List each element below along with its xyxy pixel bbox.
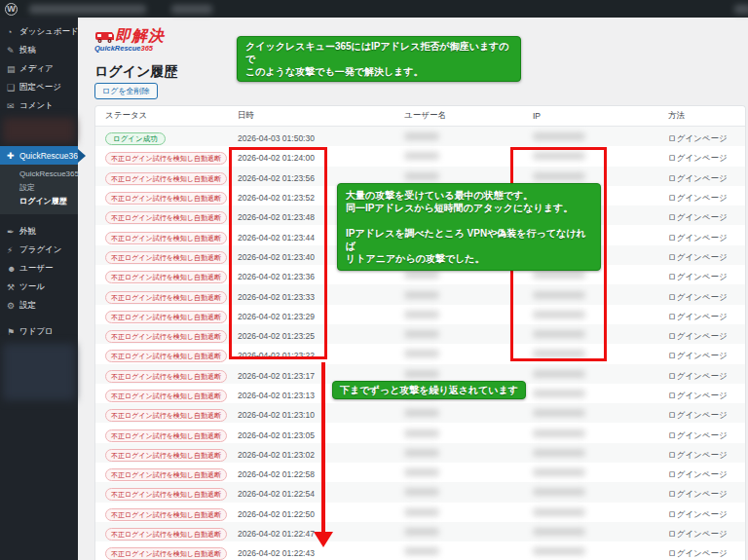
annotation-middle-callout: 大量の攻撃を受けている最中の状態です。 同一IPアドレスから短時間のアタックにな… xyxy=(337,183,601,271)
datetime-value: 2026-04-02 01:23:13 xyxy=(238,391,315,400)
status-badge-fail: 不正ログイン試行を検知し自動遮断 xyxy=(105,468,227,481)
redacted-ip xyxy=(533,390,585,397)
datetime-value: 2026-04-02 01:23:05 xyxy=(238,430,315,440)
annotation-top-callout: クイックレスキュー365にはIPアドレス拒否が御座いますので このような攻撃でも… xyxy=(237,36,521,82)
ip-cell xyxy=(533,429,668,437)
ip-cell xyxy=(533,390,668,397)
datetime-value: 2026-04-02 01:23:02 xyxy=(238,450,315,460)
redacted-ip xyxy=(533,409,585,417)
redacted-username xyxy=(404,429,439,437)
ip-cell xyxy=(533,488,668,496)
method-value: ログインページ xyxy=(668,391,728,400)
method-cell: ログインページ xyxy=(668,266,745,283)
sidebar-item-tools[interactable]: ⚒ツール xyxy=(0,278,78,296)
status-badge-fail: 不正ログイン試行を検知し自動遮断 xyxy=(105,508,227,521)
status-cell: 不正ログイン試行を検知し自動遮断 xyxy=(95,404,238,422)
column-header-status[interactable]: ステータス xyxy=(95,110,238,122)
method-cell: ログインページ xyxy=(668,227,745,244)
admin-sidebar: ◔ダッシュボード✎投稿▤メディア❑固定ページ✉コメント✚QuickRescue3… xyxy=(0,18,78,560)
plugin-logo: 即解決 QuickRescue365 xyxy=(94,28,165,53)
status-cell: 不正ログイン試行を検知し自動遮断 xyxy=(95,187,238,205)
datetime-cell: 2026-04-03 01:50:30 xyxy=(238,128,404,145)
username-cell xyxy=(404,528,533,536)
status-cell: 不正ログイン試行を検知し自動遮断 xyxy=(95,483,238,501)
plugin-icon: ⚡ xyxy=(7,245,19,255)
redacted-content xyxy=(3,344,75,400)
method-value: ログインページ xyxy=(668,469,728,479)
redacted-username xyxy=(404,508,439,516)
status-cell: 不正ログイン試行を検知し自動遮断 xyxy=(95,147,238,165)
table-row: 不正ログイン試行を検知し自動遮断2026-04-02 01:23:22ログインペ… xyxy=(95,344,745,363)
sidebar-item-pages[interactable]: ❑固定ページ xyxy=(0,78,78,96)
method-cell: ログインページ xyxy=(668,483,745,501)
method-cell: ログインページ xyxy=(668,128,745,145)
method-cell: ログインページ xyxy=(668,425,745,442)
pushpin-icon: ✎ xyxy=(7,46,19,56)
status-cell: 不正ログイン試行を検知し自動遮断 xyxy=(95,542,238,560)
sidebar-item-plugins[interactable]: ⚡プラグイン xyxy=(0,241,78,259)
sidebar-item-users[interactable]: ☻ユーザー xyxy=(0,259,78,278)
brand-latin: QuickRescue xyxy=(94,44,141,53)
method-value: ログインページ xyxy=(668,548,728,558)
status-cell: 不正ログイン試行を検知し自動遮断 xyxy=(95,385,238,402)
status-cell: 不正ログイン試行を検知し自動遮断 xyxy=(95,286,238,304)
status-badge-fail: 不正ログイン試行を検知し自動遮断 xyxy=(105,251,227,264)
wordpress-admin-page: { "admin_bar": { "wp_logo_letter": "W" }… xyxy=(0,0,748,560)
main-content: 即解決 QuickRescue365 ログイン履歴 ログを全削除 ステータス 日… xyxy=(78,18,748,560)
username-cell xyxy=(404,508,533,516)
table-row: 不正ログイン試行を検知し自動遮断2026-04-02 01:23:10ログインペ… xyxy=(95,403,745,423)
redacted-username xyxy=(404,330,439,338)
sidebar-item-quickrescue365[interactable]: ✚QuickRescue365 xyxy=(0,146,78,165)
active-menu-arrow-icon xyxy=(78,149,86,163)
method-cell: ログインページ xyxy=(668,168,745,185)
sidebar-item-dashboard[interactable]: ◔ダッシュボード xyxy=(0,22,78,41)
sidebar-item-label: 設定 xyxy=(19,300,36,312)
status-cell: 不正ログイン試行を検知し自動遮断 xyxy=(95,464,238,481)
pages-icon: ❑ xyxy=(7,83,19,93)
method-value: ログインページ xyxy=(668,351,728,360)
table-row: 不正ログイン試行を検知し自動遮断2026-04-02 01:22:43ログインペ… xyxy=(95,541,745,560)
column-header-username[interactable]: ユーザー名 xyxy=(404,110,533,122)
status-badge-fail: 不正ログイン試行を検知し自動遮断 xyxy=(105,232,227,244)
ambulance-icon xyxy=(94,30,115,44)
menu-separator xyxy=(0,315,78,322)
delete-all-logs-button[interactable]: ログを全削除 xyxy=(94,83,158,99)
method-value: ログインページ xyxy=(668,212,728,222)
sidebar-subitem-login-history[interactable]: ログイン履歴 xyxy=(0,195,78,208)
sidebar-item-posts[interactable]: ✎投稿 xyxy=(0,41,78,59)
status-badge-fail: 不正ログイン試行を検知し自動遮断 xyxy=(105,429,227,442)
page-title: ログイン履歴 xyxy=(94,63,177,81)
redacted-ip xyxy=(533,547,585,555)
sidebar-item-wadopro[interactable]: ⚑ワドプロ xyxy=(0,322,78,341)
method-value: ログインページ xyxy=(668,133,728,143)
ip-cell xyxy=(533,528,668,536)
wordpress-logo-icon[interactable]: W xyxy=(5,3,18,16)
status-cell: 不正ログイン試行を検知し自動遮断 xyxy=(95,504,238,521)
redacted-username xyxy=(404,468,439,476)
datetime-value: 2026-04-02 01:22:47 xyxy=(238,529,315,539)
sidebar-subitem-quickrescue365-settings[interactable]: 設定 xyxy=(0,181,78,195)
status-badge-success: ログイン成功 xyxy=(105,132,166,146)
column-header-method[interactable]: 方法 xyxy=(668,110,745,122)
username-cell xyxy=(404,449,533,457)
settings-icon: ⚙ xyxy=(7,301,19,311)
redacted-sidebar-block xyxy=(0,118,78,143)
datetime-value: 2026-04-02 01:22:54 xyxy=(238,489,315,499)
ip-cell xyxy=(533,449,668,457)
sidebar-subitem-quickrescue365-sub[interactable]: QuickRescue365 xyxy=(0,168,78,181)
column-header-ip[interactable]: IP xyxy=(533,111,668,121)
brush-icon: ✒ xyxy=(7,227,19,237)
sidebar-item-settings[interactable]: ⚙設定 xyxy=(0,296,78,315)
status-badge-fail: 不正ログイン試行を検知し自動遮断 xyxy=(105,350,227,362)
status-cell: 不正ログイン試行を検知し自動遮断 xyxy=(95,523,238,541)
table-row: 不正ログイン試行を検知し自動遮断2026-04-02 01:23:29ログインペ… xyxy=(95,305,745,324)
method-value: ログインページ xyxy=(668,410,728,420)
method-value: ログインページ xyxy=(668,292,728,302)
sidebar-item-comments[interactable]: ✉コメント xyxy=(0,96,78,115)
method-cell: ログインページ xyxy=(668,404,745,422)
sidebar-item-media[interactable]: ▤メディア xyxy=(0,59,78,78)
column-header-datetime[interactable]: 日時 xyxy=(238,110,404,122)
method-value: ログインページ xyxy=(668,489,728,499)
method-cell: ログインページ xyxy=(668,306,745,323)
sidebar-item-appearance[interactable]: ✒外観 xyxy=(0,222,78,241)
